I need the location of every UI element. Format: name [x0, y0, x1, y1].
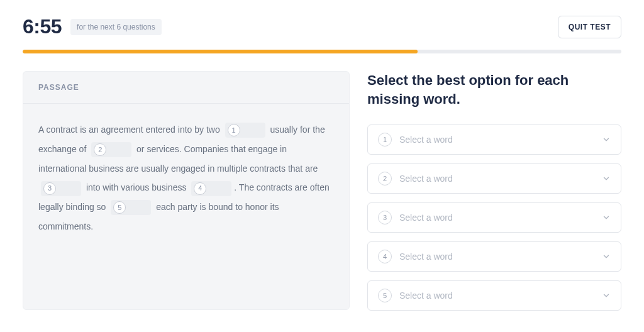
instruction-text: Select the best option for each missing …: [367, 71, 621, 108]
select-placeholder: Select a word: [399, 290, 453, 301]
select-placeholder: Select a word: [399, 213, 453, 223]
passage-segment: A contract is an agreement entered into …: [38, 124, 220, 135]
word-select-3[interactable]: 3 Select a word: [367, 202, 621, 233]
timer-display: 6:55: [23, 15, 62, 38]
word-select-2[interactable]: 2 Select a word: [367, 163, 621, 194]
select-left: 2 Select a word: [378, 172, 453, 185]
timer-group: 6:55 for the next 6 questions: [23, 15, 162, 38]
select-number: 3: [378, 211, 392, 224]
word-select-1[interactable]: 1 Select a word: [367, 124, 621, 155]
blank-number: 4: [194, 182, 206, 195]
chevron-down-icon: [602, 213, 611, 222]
passage-title-row: PASSAGE: [23, 72, 349, 104]
word-select-4[interactable]: 4 Select a word: [367, 241, 621, 272]
passage-blank-1: 1: [225, 123, 265, 138]
select-list: 1 Select a word 2 Select a word 3: [367, 124, 621, 311]
header-bar: 6:55 for the next 6 questions QUIT TEST: [0, 0, 644, 50]
timer-note: for the next 6 questions: [70, 19, 162, 35]
select-left: 1 Select a word: [378, 133, 453, 147]
select-number: 5: [378, 289, 392, 302]
passage-panel: PASSAGE A contract is an agreement enter…: [23, 71, 350, 310]
blank-number: 3: [43, 182, 56, 195]
blank-number: 5: [113, 201, 126, 214]
select-number: 1: [378, 133, 392, 147]
chevron-down-icon: [602, 291, 611, 300]
passage-blank-3: 3: [41, 181, 81, 196]
passage-body: A contract is an agreement entered into …: [23, 104, 349, 253]
passage-blank-4: 4: [191, 181, 231, 196]
select-placeholder: Select a word: [399, 174, 453, 184]
select-left: 4 Select a word: [378, 250, 453, 263]
select-left: 5 Select a word: [378, 289, 453, 302]
select-number: 4: [378, 250, 392, 263]
select-left: 3 Select a word: [378, 211, 453, 224]
content-area: PASSAGE A contract is an agreement enter…: [0, 53, 644, 311]
quit-test-button[interactable]: QUIT TEST: [558, 16, 621, 38]
select-number: 2: [378, 172, 392, 185]
word-select-5[interactable]: 5 Select a word: [367, 280, 621, 311]
answers-panel: Select the best option for each missing …: [367, 71, 621, 311]
passage-blank-5: 5: [111, 200, 151, 215]
chevron-down-icon: [602, 174, 611, 183]
select-placeholder: Select a word: [399, 252, 453, 262]
blank-number: 2: [94, 143, 106, 156]
passage-blank-2: 2: [91, 142, 131, 157]
select-placeholder: Select a word: [399, 135, 453, 145]
passage-title: PASSAGE: [38, 83, 334, 92]
chevron-down-icon: [602, 252, 611, 261]
blank-number: 1: [228, 124, 240, 136]
chevron-down-icon: [602, 135, 611, 144]
passage-segment: into with various business: [86, 182, 187, 192]
